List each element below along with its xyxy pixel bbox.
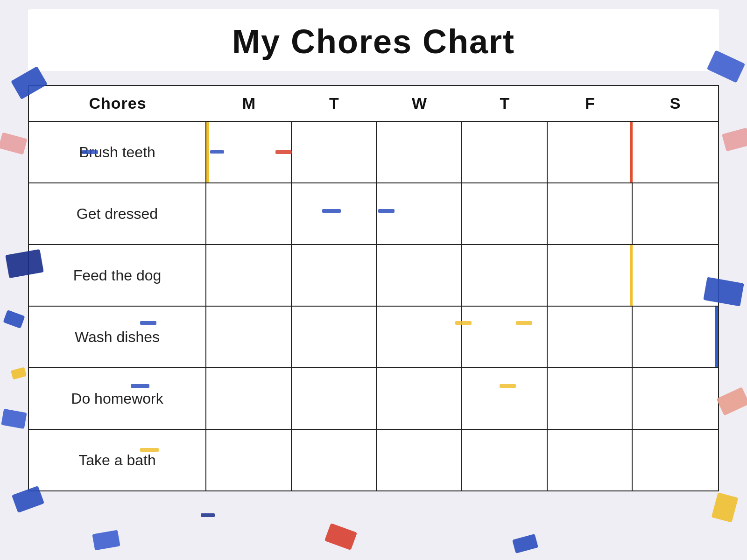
chore-6-sat[interactable] <box>633 430 718 490</box>
chore-row-6: Take a bath <box>29 429 718 490</box>
chore-5-thu[interactable] <box>462 368 548 429</box>
chore-label-5: Do homework <box>29 368 206 429</box>
chore-row-5: Do homework <box>29 367 718 429</box>
chore-1-mon[interactable] <box>206 122 292 182</box>
confetti-shape-14 <box>512 534 538 553</box>
chore-2-mon[interactable] <box>206 183 292 244</box>
chore-label-1: Brush teeth <box>29 122 206 182</box>
chore-3-tue[interactable] <box>292 245 377 306</box>
chore-5-wed[interactable] <box>377 368 462 429</box>
chore-label-6: Take a bath <box>29 430 206 490</box>
chore-2-tue[interactable] <box>292 183 377 244</box>
chore-5-fri[interactable] <box>548 368 633 429</box>
chore-2-sat[interactable] <box>633 183 718 244</box>
chore-2-fri[interactable] <box>548 183 633 244</box>
chore-4-mon[interactable] <box>206 307 292 367</box>
day-header-s: S <box>633 86 718 121</box>
confetti-shape-3 <box>3 310 25 329</box>
chore-row-4: Wash dishes <box>29 306 718 367</box>
chore-1-wed[interactable] <box>377 122 462 182</box>
chore-4-tue[interactable] <box>292 307 377 367</box>
day-header-m: M <box>206 86 292 121</box>
chore-3-sat[interactable] <box>633 245 718 306</box>
day-header-w: W <box>377 86 462 121</box>
chore-1-tue[interactable] <box>292 122 377 182</box>
chores-column-header: Chores <box>29 86 206 121</box>
confetti-shape-1 <box>0 132 28 154</box>
confetti-shape-5 <box>1 409 27 429</box>
chore-6-mon[interactable] <box>206 430 292 490</box>
confetti-shape-8 <box>722 128 747 152</box>
chore-label-3: Feed the dog <box>29 245 206 306</box>
chore-1-sat[interactable] <box>633 122 718 182</box>
chore-3-fri[interactable] <box>548 245 633 306</box>
chore-6-fri[interactable] <box>548 430 633 490</box>
chore-5-mon[interactable] <box>206 368 292 429</box>
day-header-t2: T <box>462 86 548 121</box>
chore-5-sat[interactable] <box>633 368 718 429</box>
title-area: My Chores Chart <box>28 9 719 71</box>
chore-label-4: Wash dishes <box>29 307 206 367</box>
chores-chart: Chores M T W T F S Brush teeth Get dress… <box>28 85 719 491</box>
chore-5-tue[interactable] <box>292 368 377 429</box>
chore-4-wed[interactable] <box>377 307 462 367</box>
day-header-t1: T <box>292 86 377 121</box>
chore-6-wed[interactable] <box>377 430 462 490</box>
chore-3-wed[interactable] <box>377 245 462 306</box>
page-title: My Chores Chart <box>28 22 719 61</box>
chore-row-3: Feed the dog <box>29 244 718 306</box>
chore-3-thu[interactable] <box>462 245 548 306</box>
confetti-shape-10 <box>716 387 747 416</box>
chore-2-thu[interactable] <box>462 183 548 244</box>
chore-4-fri[interactable] <box>548 307 633 367</box>
confetti-shape-13 <box>324 523 357 550</box>
day-header-f: F <box>548 86 633 121</box>
chore-row-2: Get dressed <box>29 182 718 244</box>
confetti-shape-12 <box>92 530 120 550</box>
chore-row-1: Brush teeth <box>29 121 718 182</box>
confetti-shape-11 <box>712 492 739 523</box>
confetti-shape-4 <box>11 367 27 379</box>
chore-1-thu[interactable] <box>462 122 548 182</box>
chore-1-fri[interactable] <box>548 122 633 182</box>
chore-4-sat[interactable] <box>633 307 718 367</box>
chore-4-thu[interactable] <box>462 307 548 367</box>
accent-strip-11 <box>201 513 215 517</box>
chore-6-thu[interactable] <box>462 430 548 490</box>
chore-label-2: Get dressed <box>29 183 206 244</box>
chore-6-tue[interactable] <box>292 430 377 490</box>
chart-header: Chores M T W T F S <box>29 86 718 121</box>
chore-2-wed[interactable] <box>377 183 462 244</box>
chore-3-mon[interactable] <box>206 245 292 306</box>
